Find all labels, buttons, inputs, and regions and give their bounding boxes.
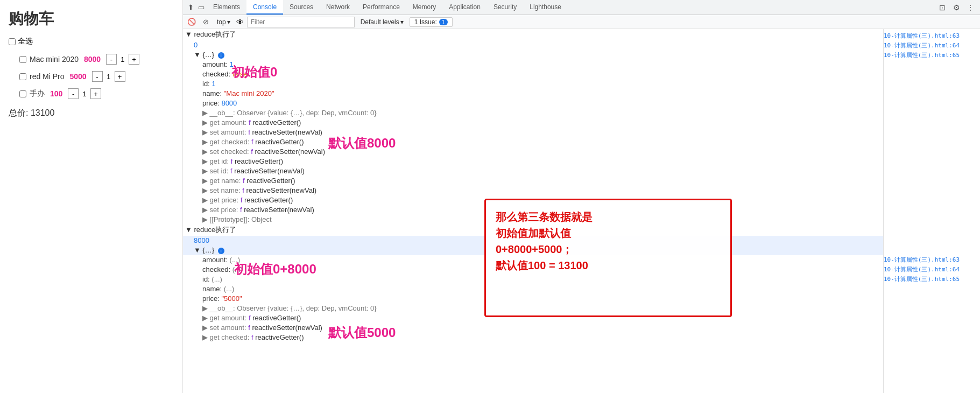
item-name-mi: red Mi Pro	[30, 72, 66, 81]
settings-icon[interactable]: ⚙	[951, 2, 962, 13]
console-toolbar: 🚫 ⊘ top ▾ 👁 Default levels ▾ 1 Issue: 1	[183, 15, 980, 29]
console-line: ▶ get price: f reactiveGetter()	[183, 195, 883, 205]
qty-increase-mi[interactable]: +	[115, 71, 125, 82]
cart-items-list: Mac mini 2020 8000 - 1 + red Mi Pro 5000…	[9, 54, 174, 99]
qty-increase-toy[interactable]: +	[90, 88, 101, 99]
devtools-icons-right: ⊡ ⚙ ⋮	[937, 2, 978, 13]
console-line: ▶ get amount: f reactiveGetter()	[183, 313, 883, 323]
console-line: 0	[183, 40, 883, 50]
console-text: ▶ get name: f reactiveGetter()	[185, 177, 883, 185]
console-line: ▶ get checked: f reactiveGetter()	[183, 333, 883, 342]
dock-icon[interactable]: ⊡	[937, 2, 948, 13]
console-line: name: (...)	[183, 284, 883, 294]
item-price-toy: 100	[50, 89, 62, 98]
clear-console-icon[interactable]: 🚫	[186, 17, 197, 27]
console-line: ▶ get id: f reactiveGetter()	[183, 157, 883, 166]
tab-memory[interactable]: Memory	[406, 0, 442, 15]
tab-elements[interactable]: Elements	[207, 0, 246, 15]
console-line: ▶ __ob__: Observer {value: {…}, dep: Dep…	[183, 108, 883, 118]
qty-decrease-mac[interactable]: -	[106, 54, 117, 65]
shopping-cart-panel: 购物车 全选 Mac mini 2020 8000 - 1 + red Mi P…	[0, 0, 183, 393]
select-all-checkbox[interactable]	[9, 38, 16, 45]
qty-value-mac: 1	[117, 55, 129, 64]
console-line: name: "Mac mini 2020"	[183, 89, 883, 99]
cursor-icon[interactable]: ⬆	[185, 2, 196, 13]
file-ref-1[interactable]: 10-计算属性(三).html:63	[884, 32, 960, 39]
console-text: id: 1	[185, 80, 883, 88]
console-line: ▶ set name: f reactiveSetter(newVal)	[183, 186, 883, 195]
tab-network[interactable]: Network	[320, 0, 356, 15]
console-text: ▶ get amount: f reactiveGetter()	[185, 118, 883, 127]
console-text: 8000	[185, 236, 883, 244]
qty-value-mi: 1	[103, 73, 115, 81]
select-all-label: 全选	[18, 37, 33, 46]
stop-icon[interactable]: ⊘	[200, 17, 211, 27]
issue-count: 1	[439, 19, 448, 25]
console-line: 8000	[183, 236, 883, 245]
console-text: ▶ get price: f reactiveGetter()	[185, 196, 883, 204]
cart-total: 总价: 13100	[9, 108, 174, 119]
context-selector[interactable]: top ▾	[214, 17, 233, 27]
console-line: ▶ set amount: f reactiveSetter(newVal)	[183, 128, 883, 137]
console-text: ▶ get checked: f reactiveGetter()	[185, 333, 883, 341]
console-line: price: "5000"	[183, 294, 883, 304]
file-ref-3[interactable]: 10-计算属性(三).html:65	[884, 52, 960, 59]
console-text: ▶ set name: f reactiveSetter(newVal)	[185, 186, 883, 194]
console-line: ▶ set price: f reactiveSetter(newVal)	[183, 205, 883, 215]
issues-badge[interactable]: 1 Issue: 1	[410, 17, 453, 27]
qty-increase-mac[interactable]: +	[129, 54, 139, 65]
item-name-mac: Mac mini 2020	[30, 55, 81, 64]
file-ref-5[interactable]: 10-计算属性(三).html:64	[884, 266, 960, 273]
device-icon[interactable]: ▭	[196, 2, 207, 13]
console-text: ▼ {…} i	[185, 51, 883, 59]
file-ref-2[interactable]: 10-计算属性(三).html:64	[884, 42, 960, 49]
tab-sources[interactable]: Sources	[283, 0, 320, 15]
console-line: ▼ {…} i	[183, 50, 883, 60]
info-icon[interactable]: i	[218, 52, 224, 59]
console-line: price: 8000	[183, 99, 883, 108]
console-line: ▼ reduce执行了	[183, 224, 883, 236]
tab-security[interactable]: Security	[487, 0, 523, 15]
console-text: ▶ set price: f reactiveSetter(newVal)	[185, 206, 883, 214]
console-text: ▶ __ob__: Observer {value: {…}, dep: Dep…	[185, 109, 883, 117]
console-line: id: (...)	[183, 275, 883, 284]
tab-console[interactable]: Console	[246, 0, 283, 15]
console-line: ▶ [[Prototype]]: Object	[183, 215, 883, 224]
log-levels-selector[interactable]: Default levels ▾	[358, 17, 406, 27]
info-icon-2[interactable]: i	[218, 248, 224, 254]
tab-lighthouse[interactable]: Lighthouse	[523, 0, 568, 15]
tab-application[interactable]: Application	[442, 0, 487, 15]
console-text: ▼ reduce执行了	[185, 30, 883, 39]
console-text: checked: false	[185, 70, 883, 78]
file-ref-6[interactable]: 10-计算属性(三).html:65	[884, 276, 960, 283]
console-line: ▶ get amount: f reactiveGetter()	[183, 118, 883, 128]
console-line: ▼ {…} i	[183, 245, 883, 255]
list-item: 手办 100 - 1 +	[19, 88, 174, 99]
console-text: ▼ reduce执行了	[185, 225, 883, 235]
devtools-panel: ⬆ ▭ Elements Console Sources Network Per…	[183, 0, 980, 393]
filter-input[interactable]	[247, 17, 355, 27]
console-text: name: (...)	[185, 285, 883, 293]
eye-icon[interactable]: 👁	[236, 18, 244, 26]
top-label: top	[217, 18, 226, 26]
item-checkbox-mi[interactable]	[19, 73, 26, 80]
file-ref-4[interactable]: 10-计算属性(三).html:63	[884, 256, 960, 263]
qty-decrease-mi[interactable]: -	[92, 71, 103, 82]
item-checkbox-mac[interactable]	[19, 56, 26, 63]
item-checkbox-toy[interactable]	[19, 90, 26, 97]
more-icon[interactable]: ⋮	[965, 2, 976, 13]
console-text: price: "5000"	[185, 294, 883, 303]
list-item: red Mi Pro 5000 - 1 +	[19, 71, 174, 82]
console-line: ▶ get checked: f reactiveGetter()	[183, 137, 883, 147]
chevron-down-icon-levels: ▾	[400, 18, 404, 26]
console-line: ▶ set checked: f reactiveSetter(newVal)	[183, 147, 883, 157]
issue-label: 1 Issue:	[414, 18, 437, 26]
console-output: ▼ reduce执行了 0 ▼ {…} i amount: 1 checked:…	[183, 29, 883, 393]
tab-performance[interactable]: Performance	[356, 0, 406, 15]
console-text: checked: (...)	[185, 265, 883, 273]
chevron-down-icon: ▾	[227, 18, 230, 26]
select-all-row: 全选	[9, 37, 174, 46]
console-line: checked: false	[183, 69, 883, 79]
console-text: ▶ set amount: f reactiveSetter(newVal)	[185, 128, 883, 136]
qty-decrease-toy[interactable]: -	[68, 88, 79, 99]
